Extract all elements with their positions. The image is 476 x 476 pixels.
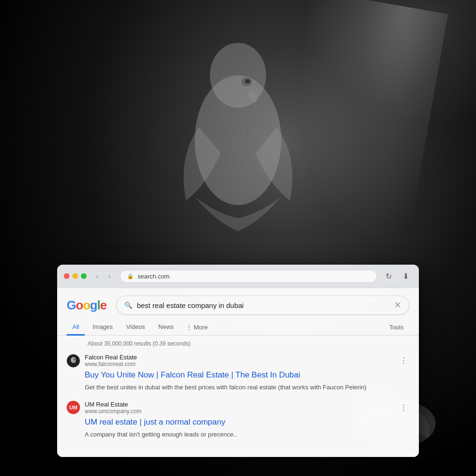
browser-actions: ↻ ⬇ xyxy=(382,269,412,283)
lock-icon: 🔒 xyxy=(127,273,134,279)
browser-controls: ‹ › 🔒 search.com ↻ ⬇ xyxy=(64,269,412,288)
browser-window: ‹ › 🔒 search.com ↻ ⬇ Google 🔍 best xyxy=(57,265,419,457)
result-title-falcon[interactable]: Buy You Unite Now | Falcon Real Estate |… xyxy=(67,369,409,381)
logo-e: e xyxy=(100,298,106,312)
download-button[interactable]: ⬇ xyxy=(399,269,412,283)
result-menu-um[interactable]: ⋮ xyxy=(398,401,409,414)
address-text: search.com xyxy=(138,273,370,280)
result-menu-falcon[interactable]: ⋮ xyxy=(398,354,409,367)
favicon-falcon xyxy=(67,354,80,367)
google-logo: Google xyxy=(67,298,107,313)
search-clear-button[interactable]: ✕ xyxy=(394,300,401,310)
particles xyxy=(286,0,476,143)
traffic-lights xyxy=(64,273,87,279)
site-url-um: www.umcompany.com xyxy=(85,408,393,415)
tab-tools[interactable]: Tools xyxy=(384,320,409,335)
logo-o1: o xyxy=(76,298,83,312)
browser-content: Google 🔍 best real estate company in dub… xyxy=(57,288,419,457)
search-result-falcon: Falcon Real Estate www.falconreal.com ⋮ … xyxy=(67,354,409,392)
results-count: About 35,000,000 results (0.39 seconds) xyxy=(67,340,409,347)
forward-button[interactable]: › xyxy=(104,270,115,282)
svg-point-10 xyxy=(246,130,249,133)
um-logo-text: UM xyxy=(69,405,77,410)
svg-point-3 xyxy=(245,79,250,83)
falcon-logo-icon xyxy=(69,357,78,365)
google-header: Google 🔍 best real estate company in dub… xyxy=(57,288,419,319)
site-info-um: UM Real Estate www.umcompany.com xyxy=(85,401,393,415)
site-url-falcon: www.falconreal.com xyxy=(85,361,393,367)
svg-point-6 xyxy=(243,121,246,125)
reload-button[interactable]: ↻ xyxy=(382,269,395,283)
more-dots-icon: ⋮ xyxy=(186,324,192,331)
logo-g2: g xyxy=(90,298,97,312)
search-tabs: All Images Videos News ⋮ More Tools xyxy=(57,319,419,336)
svg-point-4 xyxy=(230,121,233,125)
search-result-um: UM UM Real Estate www.umcompany.com ⋮ UM… xyxy=(67,401,409,439)
svg-point-7 xyxy=(227,130,230,133)
svg-point-14 xyxy=(73,359,75,360)
more-label: More xyxy=(194,324,208,331)
svg-point-8 xyxy=(233,132,237,135)
result-title-um[interactable]: UM real estate | just a normal company xyxy=(67,416,409,428)
results-area: About 35,000,000 results (0.39 seconds) … xyxy=(57,336,419,457)
result-header-um: UM UM Real Estate www.umcompany.com ⋮ xyxy=(67,401,409,415)
logo-g: G xyxy=(67,298,76,312)
svg-point-9 xyxy=(240,132,243,135)
favicon-um: UM xyxy=(67,401,80,414)
close-button[interactable] xyxy=(64,273,69,279)
result-snippet-falcon: Get the best unites in dubai with the be… xyxy=(67,383,409,392)
tab-images[interactable]: Images xyxy=(87,319,119,336)
result-header-falcon: Falcon Real Estate www.falconreal.com ⋮ xyxy=(67,354,409,367)
site-info-falcon: Falcon Real Estate www.falconreal.com xyxy=(85,354,393,367)
tab-more[interactable]: ⋮ More xyxy=(181,320,213,335)
site-name-um: UM Real Estate xyxy=(85,401,393,408)
nav-buttons: ‹ › xyxy=(91,270,115,282)
tab-news[interactable]: News xyxy=(153,319,180,336)
minimize-button[interactable] xyxy=(72,273,78,279)
back-button[interactable]: ‹ xyxy=(91,270,103,282)
tab-videos[interactable]: Videos xyxy=(120,319,151,336)
address-bar[interactable]: 🔒 search.com xyxy=(120,270,377,283)
result-snippet-um: A company that isn't getting enough lead… xyxy=(67,430,409,439)
tab-all[interactable]: All xyxy=(67,319,85,336)
search-icon: 🔍 xyxy=(124,301,132,309)
site-name-falcon: Falcon Real Estate xyxy=(85,354,393,361)
logo-o2: o xyxy=(83,298,90,312)
maximize-button[interactable] xyxy=(81,273,87,279)
search-bar[interactable]: 🔍 best real estate company in dubai ✕ xyxy=(116,296,409,315)
search-query-text: best real estate company in dubai xyxy=(137,301,389,309)
browser-chrome: ‹ › 🔒 search.com ↻ ⬇ xyxy=(57,265,419,288)
svg-point-5 xyxy=(236,123,239,127)
